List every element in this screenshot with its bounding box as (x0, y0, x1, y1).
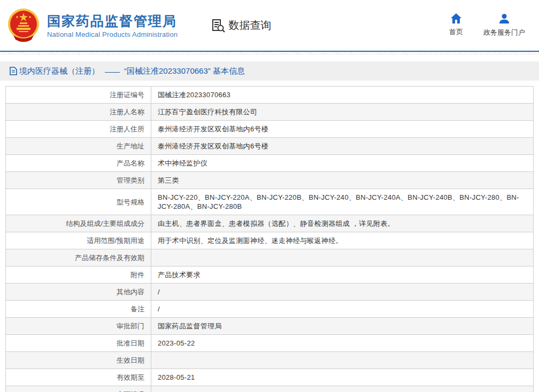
row-value: 2023-05-22 (151, 335, 534, 352)
document-icon (10, 67, 17, 75)
row-value: 江苏百宁盈创医疗科技有限公司 (151, 104, 534, 121)
row-value: 2028-05-21 (151, 369, 534, 386)
row-value: 泰州港经济开发区双创基地内6号楼 (151, 121, 534, 138)
row-label: 有效期至 (6, 369, 151, 386)
table-row: 注册人名称 江苏百宁盈创医疗科技有限公司 (6, 104, 534, 121)
row-value: 第三类 (151, 172, 534, 189)
breadcrumb-separator: —— (105, 67, 119, 76)
row-label: 附件 (6, 266, 151, 284)
row-label: 其他内容 (6, 284, 151, 301)
row-label: 管理类别 (6, 172, 151, 189)
row-value: 产品技术要求 (151, 266, 534, 284)
site-subtitle: National Medical Products Administration (47, 30, 178, 38)
row-label: 结构及组成/主要组成成分 (6, 215, 151, 232)
table-row: 结构及组成/主要组成成分 由主机、患者界面盒、患者模拟器（选配）、静音检测器组成… (6, 215, 534, 232)
nav-item-home[interactable]: 首页 (449, 13, 463, 37)
table-row: 管理类别 第三类 (6, 172, 534, 189)
table-row: 适用范围/预期用途 用于术中识别、定位及监测面神经、迷走神经与喉返神经。 (6, 232, 534, 249)
nav-home-label: 首页 (449, 27, 463, 37)
row-value (151, 352, 534, 369)
table-row: 注册人住所 泰州港经济开发区双创基地内6号楼 (6, 121, 534, 138)
row-value: 国械注准20233070663 (151, 87, 534, 104)
table-row: 注册证编号 国械注准20233070663 (6, 87, 534, 104)
row-label: 产品名称 (6, 155, 151, 172)
registration-info-table: 注册证编号 国械注准20233070663 注册人名称 江苏百宁盈创医疗科技有限… (5, 86, 534, 392)
nav-item-gov-portal[interactable]: 政务服务门户 (483, 13, 525, 37)
table-row: 批准日期 2023-05-22 (6, 335, 534, 352)
table-row: 其他内容 / (6, 284, 534, 301)
china-national-emblem-icon (6, 8, 41, 43)
row-value: 泰州港经济开发区双创基地内6号楼 (151, 138, 534, 155)
table-row: 变更情况 (6, 386, 534, 392)
site-header: 国家药品监督管理局 National Medical Products Admi… (0, 0, 539, 51)
row-value: 国家药品监督管理局 (151, 318, 534, 335)
breadcrumb: 境内医疗器械（注册） —— “国械注准20233070663” 基本信息 (0, 61, 539, 81)
row-value: BN-JCY-220、BN-JCY-220A、BN-JCY-220B、BN-JC… (151, 189, 534, 215)
row-label: 生产地址 (6, 138, 151, 155)
hatch-pattern-band (0, 52, 539, 55)
row-label: 变更情况 (6, 386, 151, 392)
row-label: 批准日期 (6, 335, 151, 352)
table-row: 型号规格 BN-JCY-220、BN-JCY-220A、BN-JCY-220B、… (6, 189, 534, 215)
home-icon (451, 13, 461, 23)
document-search-icon (211, 18, 226, 33)
nav-gov-portal-label: 政务服务门户 (483, 28, 525, 37)
person-icon (499, 13, 510, 24)
row-label: 审批部门 (6, 318, 151, 335)
table-row: 审批部门 国家药品监督管理局 (6, 318, 534, 335)
table-row: 生产地址 泰州港经济开发区双创基地内6号楼 (6, 138, 534, 155)
row-label: 生效日期 (6, 352, 151, 369)
row-label: 注册人名称 (6, 104, 151, 121)
table-row: 生效日期 (6, 352, 534, 369)
row-value: 用于术中识别、定位及监测面神经、迷走神经与喉返神经。 (151, 232, 534, 249)
site-title: 国家药品监督管理局 (47, 13, 178, 29)
breadcrumb-section[interactable]: 境内医疗器械（注册） (10, 66, 99, 76)
row-value: 术中神经监护仪 (151, 155, 534, 172)
breadcrumb-detail: “国械注准20233070663” 基本信息 (124, 66, 245, 76)
row-label: 备注 (6, 301, 151, 318)
data-query-button[interactable]: 数据查询 (211, 18, 271, 33)
breadcrumb-section-label: 境内医疗器械（注册） (19, 66, 99, 76)
row-label: 注册证编号 (6, 87, 151, 104)
row-value (151, 386, 534, 392)
site-logo[interactable]: 国家药品监督管理局 National Medical Products Admi… (6, 8, 178, 43)
row-label: 注册人住所 (6, 121, 151, 138)
table-row: 附件 产品技术要求 (6, 266, 534, 284)
row-value: / (151, 301, 534, 318)
registration-info-table-wrap: 注册证编号 国械注准20233070663 注册人名称 江苏百宁盈创医疗科技有限… (5, 86, 534, 392)
row-value: 由主机、患者界面盒、患者模拟器（选配）、静音检测器组成 ，详见附表。 (151, 215, 534, 232)
row-label: 型号规格 (6, 189, 151, 215)
row-label: 产品储存条件及有效期 (6, 249, 151, 266)
row-value: / (151, 284, 534, 301)
table-row: 产品名称 术中神经监护仪 (6, 155, 534, 172)
table-row: 产品储存条件及有效期 (6, 249, 534, 266)
row-label: 适用范围/预期用途 (6, 232, 151, 249)
table-row: 有效期至 2028-05-21 (6, 369, 534, 386)
row-value (151, 249, 534, 266)
data-query-label: 数据查询 (228, 18, 271, 33)
top-nav: 首页 政务服务门户 (449, 13, 525, 37)
table-row: 备注 / (6, 301, 534, 318)
